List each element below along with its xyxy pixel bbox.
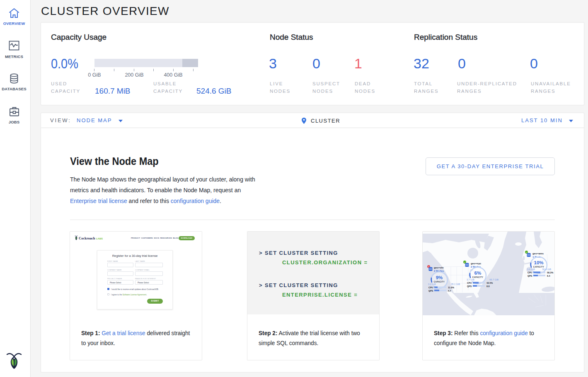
svg-text:CAPACITY: CAPACITY (434, 281, 445, 283)
svg-text:geo=ams: geo=ams (532, 252, 544, 255)
svg-text:6%: 6% (474, 271, 482, 276)
svg-text:9%: 9% (436, 275, 443, 280)
svg-text:4.7: 4.7 (448, 290, 451, 292)
svg-text:3.7 GiB: 3.7 GiB (467, 278, 474, 281)
svg-text:QPS: QPS (467, 285, 472, 288)
svg-text:CPU: CPU (528, 271, 532, 274)
svg-text:35.1 GiB: 35.1 GiB (451, 283, 460, 285)
svg-text:42.5%: 42.5% (486, 282, 493, 284)
svg-text:10%: 10% (534, 260, 543, 265)
svg-text:CPU: CPU (428, 286, 433, 289)
svg-text:58.3%: 58.3% (547, 271, 553, 274)
svg-text:CAPACITY: CAPACITY (533, 266, 544, 268)
svg-text:8.8: 8.8 (486, 285, 490, 288)
svg-text:QPS: QPS (528, 275, 532, 277)
svg-text:geo=nyc: geo=nyc (471, 262, 482, 265)
svg-text:CPU: CPU (467, 282, 472, 284)
svg-text:36.4 GiB: 36.4 GiB (542, 268, 551, 271)
svg-text:3.2 GiB: 3.2 GiB (428, 283, 436, 285)
svg-text:QPS: QPS (428, 290, 433, 292)
svg-text:6.4: 6.4 (547, 275, 550, 277)
svg-text:11.0%: 11.0% (448, 286, 454, 289)
svg-text:65.7 GiB: 65.7 GiB (489, 278, 498, 281)
svg-text:3.6 GiB: 3.6 GiB (527, 268, 535, 271)
svg-text:geo=sfo: geo=sfo (434, 266, 444, 269)
svg-text:CAPACITY: CAPACITY (472, 276, 483, 278)
